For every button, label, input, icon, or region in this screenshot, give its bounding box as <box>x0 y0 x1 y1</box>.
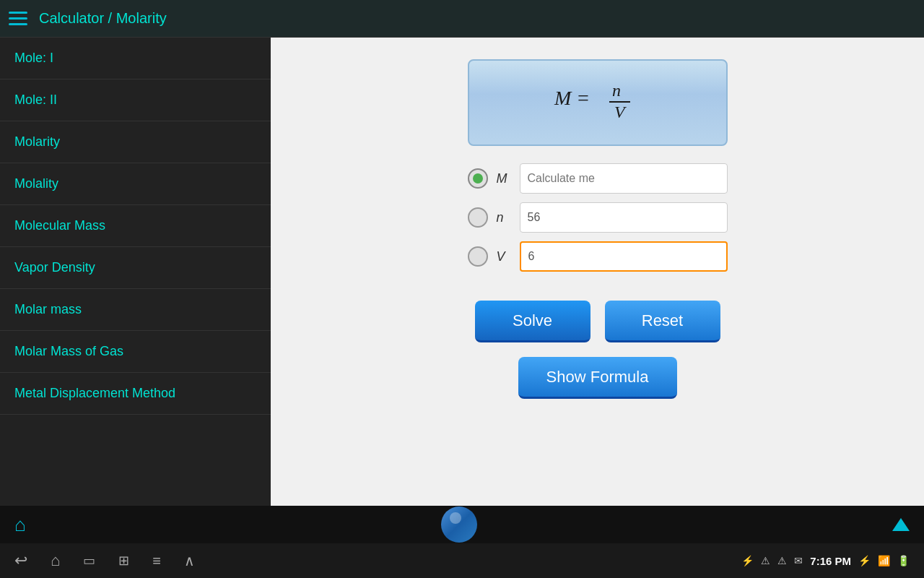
sidebar-item-mole-i[interactable]: Mole: I <box>0 38 271 79</box>
svg-text:V: V <box>614 103 627 121</box>
input-row-V: V <box>468 241 728 272</box>
nav-back[interactable]: ↩ <box>14 551 27 570</box>
globe-icon <box>441 506 477 543</box>
home-button[interactable]: ⌂ <box>14 514 26 536</box>
time-display: 7:16 PM <box>810 555 851 567</box>
sidebar-item-molality[interactable]: Molality <box>0 163 271 205</box>
system-nav-bar: ↩ ⌂ ▭ ⊞ ≡ ∧ ⚡ ⚠ ⚠ ✉ 7:16 PM ⚡ 📶 🔋 <box>0 543 924 578</box>
svg-text:n: n <box>612 81 621 100</box>
sidebar-item-mole-ii[interactable]: Mole: II <box>0 79 271 121</box>
sidebar-item-metal-displacement[interactable]: Metal Displacement Method <box>0 373 271 415</box>
formula-display: M = n V <box>468 59 728 146</box>
top-bar: Calculator / Molarity <box>0 0 924 38</box>
nav-home[interactable]: ⌂ <box>51 551 60 570</box>
var-label-M: M <box>497 171 511 186</box>
main-content: Mole: I Mole: II Molarity Molality Molec… <box>0 38 924 506</box>
bottom-bar: ⌂ <box>0 506 924 543</box>
var-label-n: n <box>497 210 511 225</box>
nav-recent[interactable]: ▭ <box>83 553 95 569</box>
status-bar: ⚡ ⚠ ⚠ ✉ 7:16 PM ⚡ 📶 🔋 <box>741 555 910 567</box>
nav-up[interactable]: ∧ <box>184 552 195 569</box>
show-formula-button[interactable]: Show Formula <box>518 357 677 399</box>
mail-icon: ✉ <box>794 555 803 566</box>
alert-icon: ⚠ <box>777 555 787 566</box>
battery-icon: 🔋 <box>897 555 910 566</box>
input-row-M: M <box>468 163 728 194</box>
sidebar-item-molar-mass-gas[interactable]: Molar Mass of Gas <box>0 331 271 373</box>
wifi-icon: 📶 <box>878 555 890 566</box>
nav-menu[interactable]: ≡ <box>152 553 161 569</box>
radio-n[interactable] <box>468 207 488 228</box>
nav-scan[interactable]: ⊞ <box>118 553 129 569</box>
sidebar-item-molecular-mass[interactable]: Molecular Mass <box>0 205 271 247</box>
buttons-row: Solve Reset <box>475 301 720 342</box>
svg-text:M =: M = <box>554 87 590 109</box>
input-n[interactable] <box>520 202 728 233</box>
warning-icon: ⚠ <box>761 555 770 566</box>
scroll-top-button[interactable] <box>892 518 910 531</box>
sidebar: Mole: I Mole: II Molarity Molality Molec… <box>0 38 271 506</box>
sidebar-item-molar-mass[interactable]: Molar mass <box>0 289 271 331</box>
input-V[interactable] <box>520 241 728 272</box>
input-M[interactable] <box>520 163 728 194</box>
input-row-n: n <box>468 202 728 233</box>
usb-icon: ⚡ <box>741 555 754 566</box>
var-label-V: V <box>497 249 511 264</box>
formula-text: M = n V <box>540 74 655 131</box>
hamburger-menu[interactable] <box>9 12 27 25</box>
solve-button[interactable]: Solve <box>475 301 590 342</box>
reset-button[interactable]: Reset <box>605 301 720 342</box>
bluetooth-icon: ⚡ <box>858 555 871 566</box>
input-rows: M n V <box>468 163 728 272</box>
sidebar-item-vapor-density[interactable]: Vapor Density <box>0 247 271 289</box>
calculator-area: M = n V M n <box>271 38 924 506</box>
show-formula-container: Show Formula <box>518 357 677 399</box>
sidebar-item-molarity[interactable]: Molarity <box>0 121 271 163</box>
radio-M[interactable] <box>468 168 488 189</box>
app-title: Calculator / Molarity <box>39 10 167 27</box>
radio-V[interactable] <box>468 246 488 267</box>
